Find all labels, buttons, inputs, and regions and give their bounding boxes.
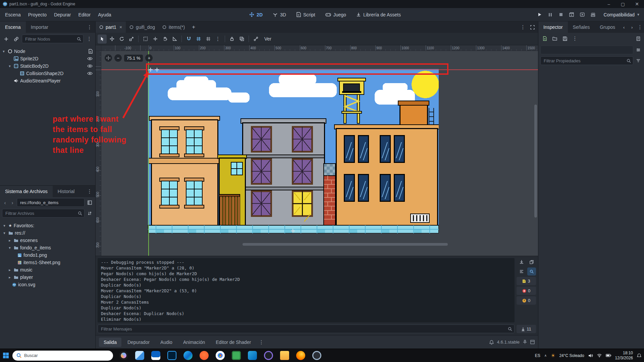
add-node-button[interactable] <box>2 35 10 43</box>
menu-item[interactable]: Escena <box>1 8 24 21</box>
tree-node-sprite2d[interactable]: Sprite2D <box>0 55 95 62</box>
copy-log-icon[interactable] <box>527 258 536 266</box>
node-origin-gizmo[interactable] <box>291 229 295 233</box>
android-studio-icon[interactable] <box>264 351 273 360</box>
visibility-eye-icon[interactable] <box>87 57 93 61</box>
ruler-tool-button[interactable] <box>170 35 179 44</box>
view-menu[interactable]: Ver <box>261 36 275 42</box>
search-toggle-icon[interactable] <box>527 267 536 276</box>
tree-node-audiostreamplayer[interactable]: AudioStreamPlayer <box>0 77 95 84</box>
bottom-panel-menu-icon[interactable]: ⋮ <box>257 338 266 347</box>
rotate-tool-button[interactable] <box>117 35 126 44</box>
nav-forward-icon[interactable]: › <box>9 200 15 205</box>
chrome-icon[interactable] <box>216 351 225 360</box>
visibility-eye-icon[interactable] <box>87 71 93 75</box>
expander-icon[interactable]: ▾ <box>7 246 12 250</box>
move-tool-button[interactable] <box>107 35 116 44</box>
snap-menu-icon[interactable]: ⋮ <box>213 35 222 44</box>
vscode-icon[interactable] <box>248 351 257 360</box>
history-forward-icon[interactable]: › <box>628 23 636 31</box>
close-tab-icon[interactable]: × <box>119 24 122 30</box>
filter-properties-search[interactable] <box>540 56 633 65</box>
menu-item[interactable]: Editor <box>75 8 95 21</box>
menu-item[interactable]: Proyecto <box>24 8 50 21</box>
grid-snap-toggle[interactable] <box>194 35 203 44</box>
fs-item-escenes[interactable]: ▸ escenes <box>0 237 95 244</box>
scene-dock-menu-icon[interactable]: ⋮ <box>85 23 94 32</box>
smart-snap-toggle[interactable] <box>184 35 193 44</box>
maximize-button[interactable]: ▢ <box>616 0 630 8</box>
expander-icon[interactable]: ▾ <box>1 49 6 54</box>
history-back-icon[interactable]: ‹ <box>620 23 628 31</box>
network-icon[interactable] <box>597 354 602 357</box>
minimize-button[interactable]: – <box>602 0 616 8</box>
property-filter-options-icon[interactable] <box>635 57 642 64</box>
select-tool-button[interactable] <box>98 35 107 44</box>
zoom-in-button[interactable]: + <box>145 54 153 62</box>
filesystem-menu-icon[interactable]: ⋮ <box>85 187 94 196</box>
resource-menu-icon[interactable]: ⋮ <box>571 34 579 43</box>
tab-senales[interactable]: Señales <box>568 21 595 33</box>
tab-inspector[interactable]: Inspector <box>538 21 568 33</box>
fs-item-fondo1-png[interactable]: fondo1.png <box>0 251 95 259</box>
play-scene-button[interactable] <box>567 10 576 19</box>
renderer-dropdown[interactable]: Compatibilidad ▼ <box>601 12 643 17</box>
horizontal-ruler[interactable]: -100010020030040050060070080090010001100… <box>101 45 538 51</box>
expand-viewport-icon[interactable] <box>528 23 537 32</box>
fs-item-icon-svg[interactable]: icon.svg <box>0 281 95 288</box>
sort-files-icon[interactable] <box>86 209 93 217</box>
pause-button[interactable] <box>546 10 554 19</box>
scene-tab-part1[interactable]: part1 × <box>96 21 126 33</box>
collapse-duplicates-icon[interactable] <box>517 267 526 276</box>
firefox-icon[interactable] <box>296 351 305 360</box>
expander-icon[interactable]: ▾ <box>2 224 7 228</box>
brave-icon[interactable] <box>200 351 209 360</box>
tab-animacion[interactable]: Animación <box>178 338 210 347</box>
hidden-icons-chevron[interactable]: ∧ <box>544 354 547 357</box>
tab-depurador[interactable]: Depurador <box>123 338 154 347</box>
pin-panel-icon[interactable] <box>523 340 527 344</box>
script-attached-icon[interactable] <box>88 49 93 54</box>
fs-item-favoritos[interactable]: ▾ ★ Favoritos: <box>0 222 95 229</box>
expander-icon[interactable]: ▸ <box>7 238 12 243</box>
mode-3d[interactable]: 3D <box>273 12 286 17</box>
fs-item-items1-sheet-png[interactable]: items1-Sheet.png <box>0 259 95 266</box>
zoom-out-button[interactable]: − <box>114 54 122 62</box>
weather-text[interactable]: 24°C Soleado <box>559 353 584 358</box>
settings-gear-icon[interactable] <box>312 351 321 360</box>
filter-nodes-input[interactable] <box>22 35 84 43</box>
mode-2d[interactable]: 2D <box>249 12 263 17</box>
menu-item[interactable]: Depurar <box>50 8 75 21</box>
group-node-button[interactable] <box>237 35 246 44</box>
tab-escena[interactable]: Escena <box>0 21 26 33</box>
expander-icon[interactable]: ▾ <box>2 231 7 235</box>
scale-tool-button[interactable] <box>127 35 136 44</box>
taskbar-clock[interactable]: 18:10 12/3/2026 <box>615 351 633 361</box>
horizontal-scrollbar[interactable] <box>243 243 448 246</box>
edge-icon[interactable] <box>183 351 193 360</box>
inspector-menu-icon[interactable]: ⋮ <box>636 23 644 31</box>
tab-grupos[interactable]: Grupos <box>595 21 620 33</box>
tab-historial[interactable]: Historial <box>53 186 80 197</box>
vertical-ruler[interactable]: 100200300400500600700 <box>96 51 101 256</box>
message-count-badge[interactable]: 11 <box>517 325 536 333</box>
stop-button[interactable] <box>556 10 565 19</box>
tab-salida[interactable]: Salida <box>99 338 121 347</box>
filter-files-search[interactable] <box>2 209 85 218</box>
copilot-icon[interactable] <box>119 351 128 360</box>
tab-editor-de-shader[interactable]: Editor de Shader <box>211 338 256 347</box>
photoshop-icon[interactable] <box>167 351 176 360</box>
marker2d-gizmo[interactable] <box>149 68 153 72</box>
file-explorer-icon[interactable] <box>280 351 289 360</box>
fs-item-res[interactable]: ▾ res:// <box>0 229 95 237</box>
fs-item-player[interactable]: ▸ player <box>0 274 95 281</box>
battery-icon[interactable] <box>606 354 611 357</box>
save-log-icon[interactable] <box>517 258 526 266</box>
mode-script[interactable]: Script <box>296 12 315 17</box>
scene-tabs-menu-icon[interactable]: ⋮ <box>519 23 527 32</box>
mode-game[interactable]: Juego <box>325 12 346 17</box>
filter-properties-input[interactable] <box>540 56 633 65</box>
tab-importar[interactable]: Importar <box>26 21 53 33</box>
menu-item[interactable]: Ayuda <box>94 8 115 21</box>
scene-tab-guifi-dog[interactable]: guifi_dog <box>126 21 159 33</box>
